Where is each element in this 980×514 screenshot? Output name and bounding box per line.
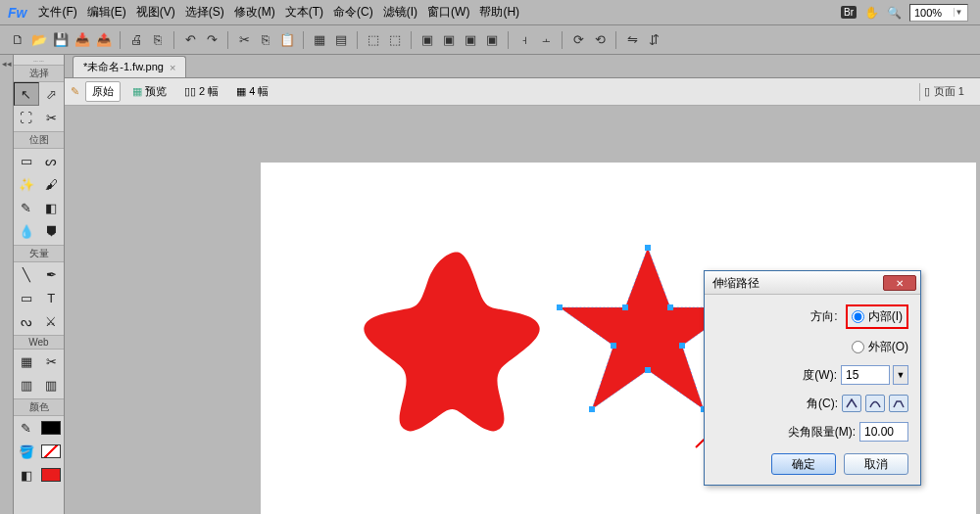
print-icon[interactable]: 🖨 xyxy=(126,30,146,50)
stroke-swatch[interactable] xyxy=(39,416,65,440)
pen-tool[interactable]: ✒ xyxy=(39,262,65,286)
zoom-level-input[interactable]: 100% ▼ xyxy=(909,4,968,22)
fill-swatch[interactable] xyxy=(39,440,65,463)
html-export-icon[interactable]: ⎘ xyxy=(148,30,168,50)
align-icon[interactable]: ⫞ xyxy=(514,30,534,50)
hand-tool-icon[interactable]: ✋ xyxy=(864,6,879,20)
subselect-tool[interactable]: ⬀ xyxy=(39,82,64,106)
send-backward-icon[interactable]: ▣ xyxy=(461,30,480,50)
svg-rect-7 xyxy=(589,406,595,412)
default-colors-icon[interactable]: ◧ xyxy=(14,463,39,487)
pointer-tool[interactable]: ↖ xyxy=(14,82,39,106)
view-tab-4up[interactable]: ▦4 幅 xyxy=(230,82,274,101)
menu-commands[interactable]: 命令(C) xyxy=(333,4,373,21)
dialog-close-button[interactable]: ✕ xyxy=(883,275,916,291)
new-icon[interactable]: 🗋 xyxy=(8,30,27,50)
copy-icon[interactable]: ⎘ xyxy=(256,30,275,50)
fill-color-tool[interactable]: 🪣 xyxy=(14,440,39,463)
flip-v-icon[interactable]: ⇵ xyxy=(644,30,663,50)
view-tab-preview[interactable]: ▦预览 xyxy=(126,82,172,101)
show-slices-icon[interactable]: ▥ xyxy=(39,373,65,397)
width-row: 度(W): ▼ xyxy=(716,365,908,385)
menu-help[interactable]: 帮助(H) xyxy=(479,4,519,21)
width-input[interactable] xyxy=(841,365,890,385)
eraser-tool[interactable]: ◧ xyxy=(39,196,65,219)
angle-bevel-button[interactable] xyxy=(889,395,908,412)
send-back-icon[interactable]: ▣ xyxy=(482,30,502,50)
freeform-tool[interactable]: ᔓ xyxy=(14,309,39,333)
cancel-button[interactable]: 取消 xyxy=(844,453,908,475)
magic-wand-tool[interactable]: ✨ xyxy=(14,172,39,196)
crop-tool[interactable]: ✂ xyxy=(39,106,65,129)
open-icon[interactable]: 📂 xyxy=(29,30,49,50)
rotate-cw-icon[interactable]: ⟳ xyxy=(568,30,588,50)
view-tab-2up[interactable]: ▯▯2 幅 xyxy=(178,82,224,101)
menu-filters[interactable]: 滤镜(I) xyxy=(383,4,417,21)
menu-select[interactable]: 选择(S) xyxy=(185,4,224,21)
redo-icon[interactable]: ↷ xyxy=(202,30,221,50)
direction-outside-row: 外部(O) xyxy=(716,339,908,355)
menu-window[interactable]: 窗口(W) xyxy=(427,4,469,21)
pen-preview-icon[interactable]: ✎ xyxy=(71,85,79,98)
stroke-color-tool[interactable]: ✎ xyxy=(14,416,39,440)
highlight-annotation: 内部(I) xyxy=(846,304,908,329)
flip-h-icon[interactable]: ⇋ xyxy=(622,30,642,50)
view-tab-original[interactable]: 原始 xyxy=(85,81,121,102)
page-indicator[interactable]: ▯ 页面 1 xyxy=(919,83,974,101)
document-tab-bar: *未命名-1.fw.png × xyxy=(65,55,980,78)
paste-icon[interactable]: 📋 xyxy=(277,30,297,50)
bring-forward-icon[interactable]: ▣ xyxy=(439,30,459,50)
rotate-ccw-icon[interactable]: ⟲ xyxy=(590,30,610,50)
page-icon[interactable]: ▦ xyxy=(310,30,329,50)
line-tool[interactable]: ╲ xyxy=(14,262,39,286)
menu-edit[interactable]: 编辑(E) xyxy=(87,4,126,21)
view-tabs: ✎ 原始 ▦预览 ▯▯2 幅 ▦4 幅 ▯ 页面 1 xyxy=(65,78,980,106)
dialog-titlebar[interactable]: 伸缩路径 ✕ xyxy=(705,271,920,295)
menu-view[interactable]: 视图(V) xyxy=(136,4,175,21)
pencil-tool[interactable]: ✎ xyxy=(14,196,39,219)
shape-tool[interactable]: ▭ xyxy=(14,286,39,309)
bring-front-icon[interactable]: ▣ xyxy=(417,30,437,50)
zoom-dropdown-icon[interactable]: ▼ xyxy=(954,8,963,17)
hotspot-tool[interactable]: ▦ xyxy=(14,350,39,373)
menu-file[interactable]: 文件(F) xyxy=(38,4,76,21)
knife-tool[interactable]: ⚔ xyxy=(39,309,65,333)
ungroup-icon[interactable]: ⬚ xyxy=(385,30,405,50)
angle-miter-button[interactable] xyxy=(842,395,861,412)
lasso-tool[interactable]: ᔕ xyxy=(39,149,65,172)
bridge-icon[interactable]: Br xyxy=(841,6,857,19)
undo-icon[interactable]: ↶ xyxy=(180,30,200,50)
angle-label: 角(C): xyxy=(807,396,838,412)
angle-round-button[interactable] xyxy=(865,395,885,412)
text-tool[interactable]: T xyxy=(39,286,65,309)
states-icon[interactable]: ▤ xyxy=(331,30,351,50)
blur-tool[interactable]: 💧 xyxy=(14,219,39,243)
brush-tool[interactable]: 🖌 xyxy=(39,172,65,196)
group-icon[interactable]: ⬚ xyxy=(364,30,383,50)
save-icon[interactable]: 💾 xyxy=(51,30,71,50)
export-icon[interactable]: 📤 xyxy=(94,30,114,50)
stamp-tool[interactable]: ⛊ xyxy=(39,219,65,243)
panel-collapse-handle[interactable]: ◂◂ xyxy=(0,55,14,514)
width-dropdown-icon[interactable]: ▼ xyxy=(893,365,908,385)
ok-button[interactable]: 确定 xyxy=(771,453,836,475)
slice-tool[interactable]: ✂ xyxy=(39,350,65,373)
direction-inside-radio[interactable] xyxy=(852,310,864,323)
menu-text[interactable]: 文本(T) xyxy=(285,4,323,21)
distribute-icon[interactable]: ⫠ xyxy=(536,30,556,50)
import-icon[interactable]: 📥 xyxy=(73,30,92,50)
hide-slices-icon[interactable]: ▥ xyxy=(14,373,39,397)
marquee-tool[interactable]: ▭ xyxy=(14,149,39,172)
swap-colors-swatch[interactable] xyxy=(39,463,65,487)
menu-modify[interactable]: 修改(M) xyxy=(234,4,275,21)
document-tab[interactable]: *未命名-1.fw.png × xyxy=(73,56,186,77)
cut-icon[interactable]: ✂ xyxy=(234,30,254,50)
close-tab-icon[interactable]: × xyxy=(170,62,175,73)
zoom-tool-icon[interactable]: 🔍 xyxy=(887,6,902,20)
scale-tool[interactable]: ⛶ xyxy=(14,106,39,129)
miter-row: 尖角限量(M): xyxy=(716,422,908,442)
rounded-star-shape[interactable] xyxy=(359,241,564,437)
direction-outside-radio[interactable] xyxy=(852,341,864,353)
miter-input[interactable] xyxy=(859,422,908,442)
canvas-area[interactable]: 伸缩路径 ✕ 方向: 内部(I) 外部(O) xyxy=(65,106,980,514)
